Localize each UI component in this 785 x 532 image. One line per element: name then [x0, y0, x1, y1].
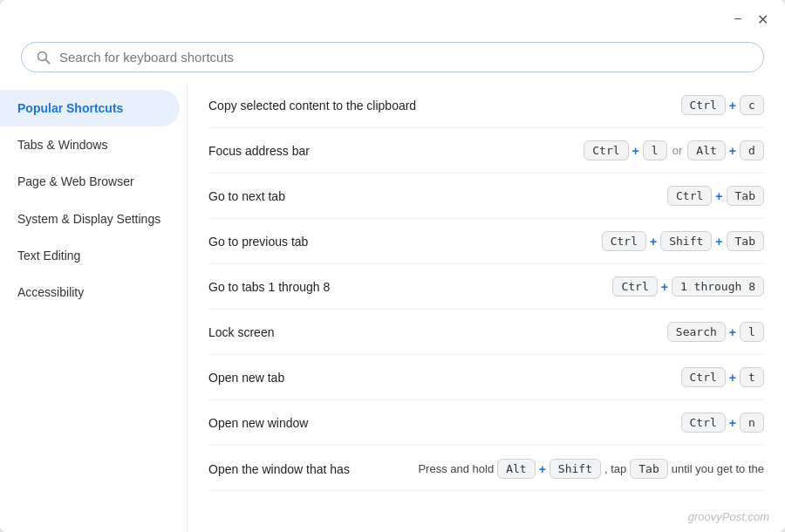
svg-line-1 — [45, 59, 49, 63]
search-bar-area — [0, 35, 785, 83]
shortcut-label: Go to previous tab — [208, 235, 602, 249]
sidebar: Popular Shortcuts Tabs & Windows Page & … — [0, 83, 188, 532]
key-badge: Ctrl — [681, 413, 726, 433]
key-badge: n — [740, 413, 764, 433]
key-badge: l — [643, 140, 667, 160]
key-badge: 1 through 8 — [672, 276, 764, 297]
shortcut-row: Go to next tabCtrl+Tab — [208, 174, 764, 219]
shortcut-row: Open new windowCtrl+n — [208, 400, 764, 446]
shortcut-label: Copy selected content to the clipboard — [208, 99, 681, 113]
sidebar-item-text[interactable]: Text Editing — [0, 237, 187, 274]
key-text: until you get to the — [672, 462, 764, 475]
shortcut-row: Go to previous tabCtrl+Shift+Tab — [208, 219, 764, 264]
shortcut-label: Go to next tab — [208, 189, 667, 203]
main-content: Popular Shortcuts Tabs & Windows Page & … — [0, 83, 785, 532]
key-badge: Ctrl — [667, 186, 712, 206]
key-badge: Ctrl — [681, 95, 726, 115]
shortcut-row-last: Open the window that hasPress and holdAl… — [208, 446, 764, 491]
key-badge: Shift — [550, 459, 601, 479]
plus-sign: + — [650, 235, 657, 249]
key-badge: Alt — [687, 140, 725, 160]
key-badge: d — [740, 140, 764, 160]
key-badge: Ctrl — [681, 367, 726, 387]
shortcut-label: Focus address bar — [208, 144, 584, 158]
sidebar-item-tabs[interactable]: Tabs & Windows — [0, 126, 187, 163]
sidebar-item-system[interactable]: System & Display Settings — [0, 201, 187, 237]
plus-sign: + — [661, 280, 668, 294]
shortcut-row: Go to tabs 1 through 8Ctrl+1 through 8 — [208, 264, 764, 310]
shortcut-label: Lock screen — [208, 325, 667, 339]
plus-sign: + — [729, 371, 736, 385]
key-comma: , tap — [604, 462, 626, 475]
plus-sign: + — [729, 144, 736, 158]
search-bar — [21, 42, 764, 72]
keyboard-shortcuts-window: − ✕ Popular Shortcuts Tabs & Windows Pag… — [0, 0, 785, 532]
plus-sign: + — [729, 99, 736, 113]
close-button[interactable]: ✕ — [750, 7, 775, 31]
plus-sign: + — [715, 189, 722, 203]
title-bar: − ✕ — [0, 0, 785, 35]
shortcut-row: Focus address barCtrl+lorAlt+d — [208, 128, 764, 174]
sidebar-item-page[interactable]: Page & Web Browser — [0, 163, 187, 200]
shortcut-row: Open new tabCtrl+t — [208, 355, 764, 400]
search-icon — [36, 50, 51, 65]
plus-sign: + — [729, 325, 736, 339]
key-badge: c — [740, 95, 764, 115]
or-text: or — [672, 144, 683, 157]
key-badge: Alt — [497, 459, 535, 479]
search-input[interactable] — [59, 50, 749, 65]
plus-sign: + — [539, 462, 546, 476]
shortcut-label: Open new window — [208, 416, 681, 430]
key-badge: Ctrl — [584, 140, 628, 160]
key-badge: Shift — [660, 231, 712, 251]
shortcuts-list: Copy selected content to the clipboardCt… — [188, 83, 785, 532]
minimize-button[interactable]: − — [726, 7, 750, 31]
key-badge: Ctrl — [602, 231, 646, 251]
key-badge: Tab — [727, 231, 764, 251]
key-text: Press and hold — [418, 462, 494, 475]
key-badge: Search — [667, 322, 726, 342]
shortcut-row: Copy selected content to the clipboardCt… — [208, 83, 764, 128]
sidebar-item-popular[interactable]: Popular Shortcuts — [0, 90, 180, 126]
plus-sign: + — [632, 144, 639, 158]
key-badge: Tab — [630, 459, 667, 479]
key-badge: l — [740, 322, 764, 342]
key-badge: t — [740, 367, 764, 387]
key-badge: Tab — [727, 186, 764, 206]
shortcut-label: Open new tab — [208, 371, 681, 385]
shortcut-label: Go to tabs 1 through 8 — [208, 280, 612, 294]
key-badge: Ctrl — [612, 276, 657, 297]
shortcut-row: Lock screenSearch+l — [208, 310, 764, 355]
plus-sign: + — [729, 416, 736, 430]
sidebar-item-accessibility[interactable]: Accessibility — [0, 274, 187, 310]
shortcut-label: Open the window that has — [208, 462, 418, 476]
last-row-keys: Press and holdAlt+Shift, tapTabuntil you… — [418, 459, 764, 479]
plus-sign: + — [715, 235, 722, 249]
